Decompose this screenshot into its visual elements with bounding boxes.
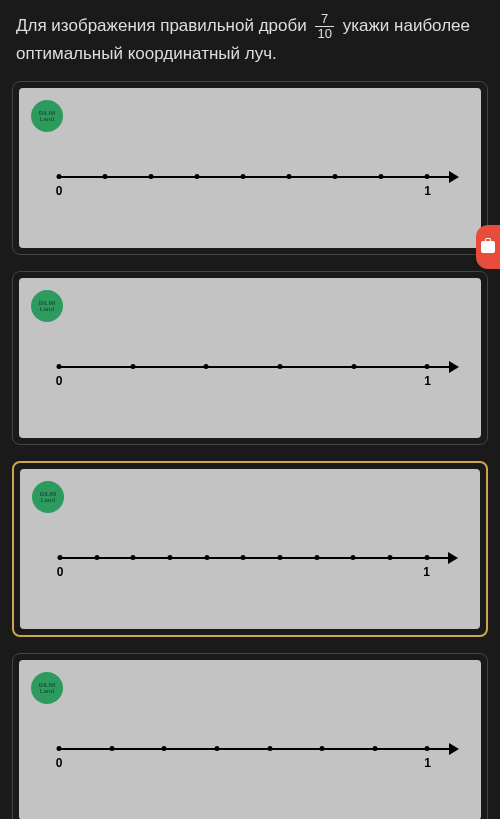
axis-start-label: 0 [56, 374, 63, 388]
tick-mark [149, 174, 154, 179]
tick-mark [320, 746, 325, 751]
fraction-denominator: 10 [315, 27, 333, 41]
axis-end-label: 1 [424, 374, 431, 388]
option-3[interactable]: BILIMLand01 [12, 461, 488, 637]
tick-mark [314, 555, 319, 560]
bilim-land-logo: BILIMLand [31, 100, 63, 132]
arrow-right-icon [449, 361, 459, 373]
tick-mark [57, 746, 62, 751]
number-line: 01 [59, 360, 451, 390]
tick-mark [204, 364, 209, 369]
question-text: Для изображения правильной дроби 7 10 ук… [12, 12, 488, 65]
tick-mark [57, 174, 62, 179]
tick-mark [241, 555, 246, 560]
tick-mark [425, 174, 430, 179]
option-2[interactable]: BILIMLand01 [12, 271, 488, 445]
tick-mark [94, 555, 99, 560]
side-tab-button[interactable] [476, 225, 500, 269]
tick-mark [278, 364, 283, 369]
axis-start-label: 0 [57, 565, 64, 579]
axis-end-label: 1 [423, 565, 430, 579]
option-card: BILIMLand01 [19, 278, 481, 438]
axis-start-label: 0 [56, 756, 63, 770]
arrow-right-icon [449, 171, 459, 183]
tick-mark [103, 174, 108, 179]
options-list: BILIMLand01BILIMLand01BILIMLand01BILIMLa… [12, 81, 488, 819]
tick-mark [277, 555, 282, 560]
option-4[interactable]: BILIMLand01 [12, 653, 488, 819]
number-line: 01 [59, 170, 451, 200]
tick-mark [379, 174, 384, 179]
bilim-land-logo: BILIMLand [32, 481, 64, 513]
tick-mark [214, 746, 219, 751]
axis-start-label: 0 [56, 184, 63, 198]
tick-mark [131, 555, 136, 560]
tick-mark [167, 555, 172, 560]
option-card: BILIMLand01 [20, 469, 480, 629]
tick-mark [241, 174, 246, 179]
question-before: Для изображения правильной дроби [16, 16, 307, 35]
option-card: BILIMLand01 [19, 88, 481, 248]
tick-mark [424, 555, 429, 560]
number-line: 01 [60, 551, 450, 581]
arrow-right-icon [449, 743, 459, 755]
tick-mark [351, 555, 356, 560]
tick-mark [387, 555, 392, 560]
tick-mark [425, 746, 430, 751]
tick-mark [333, 174, 338, 179]
tick-mark [58, 555, 63, 560]
tick-mark [195, 174, 200, 179]
tick-mark [351, 364, 356, 369]
fraction: 7 10 [315, 12, 333, 42]
axis-end-label: 1 [424, 756, 431, 770]
bilim-land-logo: BILIMLand [31, 290, 63, 322]
tick-mark [267, 746, 272, 751]
arrow-right-icon [448, 552, 458, 564]
tick-mark [162, 746, 167, 751]
tick-mark [130, 364, 135, 369]
tick-mark [109, 746, 114, 751]
option-card: BILIMLand01 [19, 660, 481, 819]
option-1[interactable]: BILIMLand01 [12, 81, 488, 255]
number-line: 01 [59, 742, 451, 772]
axis-end-label: 1 [424, 184, 431, 198]
tick-mark [425, 364, 430, 369]
fraction-numerator: 7 [315, 12, 333, 27]
tick-mark [204, 555, 209, 560]
tick-mark [57, 364, 62, 369]
camera-icon [481, 241, 495, 253]
tick-mark [372, 746, 377, 751]
bilim-land-logo: BILIMLand [31, 672, 63, 704]
tick-mark [287, 174, 292, 179]
